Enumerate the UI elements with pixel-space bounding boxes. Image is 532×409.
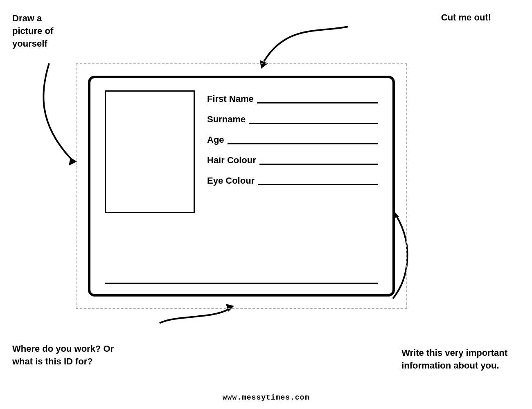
eye-colour-line [258,184,378,185]
age-label: Age [207,135,224,144]
field-row-firstname: First Name [207,94,378,103]
website-footer: www.messytimes.com [223,393,309,402]
card-bottom-line [105,283,378,284]
annotation-important-info: Write this very important information ab… [401,347,507,372]
surname-line [249,122,378,124]
first-name-line [257,102,378,103]
annotation-draw-picture: Draw a picture of yourself [12,12,53,50]
eye-colour-label: Eye Colour [207,176,255,185]
hair-colour-line [259,163,378,165]
photo-box [105,90,195,213]
id-card: First Name Surname Age Hair Colour Eye C… [88,76,395,297]
fields-area: First Name Surname Age Hair Colour Eye C… [207,90,378,283]
hair-colour-label: Hair Colour [207,156,256,165]
age-line [228,143,378,144]
field-row-age: Age [207,135,378,144]
first-name-label: First Name [207,94,254,103]
field-row-eye-colour: Eye Colour [207,176,378,185]
field-row-surname: Surname [207,115,378,124]
field-row-hair-colour: Hair Colour [207,156,378,165]
annotation-cut-out: Cut me out! [441,12,491,23]
id-card-content: First Name Surname Age Hair Colour Eye C… [105,90,378,283]
annotation-work-info: Where do you work? Or what is this ID fo… [12,343,114,368]
surname-label: Surname [207,115,246,124]
